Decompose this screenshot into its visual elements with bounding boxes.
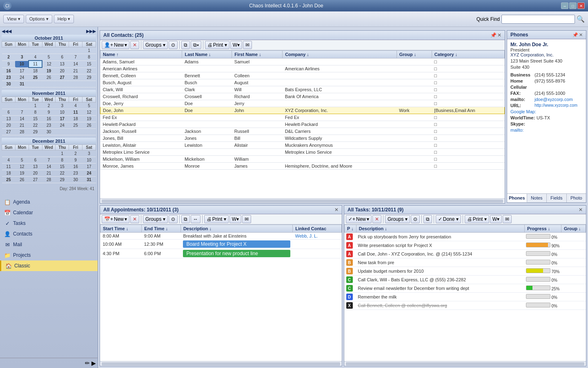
cal-day[interactable]: 7 bbox=[15, 109, 29, 116]
appt-email-button[interactable]: ✉ bbox=[242, 215, 251, 223]
cal-day[interactable]: 23 bbox=[42, 122, 56, 129]
col-name[interactable]: Name ↑ bbox=[100, 51, 182, 58]
cal-day[interactable]: 17 bbox=[82, 164, 96, 170]
help-button[interactable]: Help ▾ bbox=[54, 15, 74, 23]
tab-photo[interactable]: Photo bbox=[567, 194, 586, 202]
cal-day[interactable]: 26 bbox=[15, 177, 29, 183]
cal-day[interactable]: 29 bbox=[29, 129, 42, 135]
col-lastname[interactable]: Last Name ↓ bbox=[182, 51, 232, 58]
appt-groups-button[interactable]: Groups ▾ bbox=[143, 215, 168, 223]
cal-day[interactable]: 3 bbox=[82, 150, 96, 157]
cal-day[interactable]: 22 bbox=[29, 122, 42, 129]
contacts-pin-icon[interactable]: 📌 bbox=[490, 32, 497, 38]
tab-notes[interactable]: Notes bbox=[527, 194, 547, 202]
cal-day[interactable]: 27 bbox=[2, 129, 16, 135]
task-row[interactable]: C Review email newsletter for December f… bbox=[345, 284, 586, 293]
cal-day[interactable]: 2 bbox=[2, 54, 16, 61]
task-row[interactable]: C Call Clark, Will - Bats Express, LLC @… bbox=[345, 276, 586, 284]
sidebar-item-mail[interactable]: ✉ Mail bbox=[0, 239, 98, 250]
cal-day[interactable]: 15 bbox=[82, 61, 96, 67]
email-link[interactable]: jdoe@xyzcorp.com bbox=[535, 97, 573, 102]
cal-day[interactable]: 23 bbox=[69, 170, 82, 177]
tab-phones[interactable]: Phones bbox=[507, 194, 527, 202]
cal-day[interactable]: 9 bbox=[2, 61, 16, 67]
cal-day[interactable]: 8 bbox=[82, 54, 96, 61]
contacts-filter-button[interactable]: ⊙ bbox=[169, 41, 178, 49]
cal-day[interactable]: 30 bbox=[2, 81, 16, 88]
appt-delete-button[interactable]: ✕ bbox=[130, 215, 139, 223]
appt-col-start[interactable]: Start Time ↓ bbox=[100, 225, 142, 233]
col-firstname[interactable]: First Name ↓ bbox=[232, 51, 283, 58]
contacts-email-button[interactable]: ✉ bbox=[243, 41, 252, 49]
contacts-groups-button[interactable]: Groups ▾ bbox=[143, 41, 168, 49]
google-map-link[interactable]: Google Map: bbox=[510, 109, 536, 114]
task-col-progress[interactable]: Progress ↓ bbox=[524, 225, 561, 233]
task-col-desc[interactable]: Description ↓ bbox=[356, 225, 524, 233]
phones-close-icon[interactable]: ✕ bbox=[579, 32, 583, 38]
cal-day[interactable]: 21 bbox=[69, 67, 82, 74]
contact-row[interactable]: Doe, Jerry Doe Jerry □ bbox=[100, 100, 505, 107]
cal-day[interactable]: 12 bbox=[42, 61, 56, 67]
cal-day[interactable]: 31 bbox=[82, 177, 96, 183]
sidebar-expand-icon[interactable]: ▶ bbox=[91, 360, 96, 366]
cal-day[interactable]: 23 bbox=[2, 74, 16, 81]
cal-day[interactable]: 24 bbox=[15, 74, 29, 81]
cal-day[interactable]: 2 bbox=[69, 150, 82, 157]
cal-day[interactable]: 5 bbox=[82, 103, 96, 109]
cal-day[interactable]: 14 bbox=[15, 116, 29, 122]
cal-day[interactable]: 1 bbox=[82, 47, 96, 54]
next-month-button[interactable]: ▶ bbox=[86, 29, 89, 34]
cal-day[interactable]: 15 bbox=[29, 116, 42, 122]
tab-fields[interactable]: Fields bbox=[547, 194, 567, 202]
cal-day[interactable]: 8 bbox=[56, 157, 69, 164]
contact-row[interactable]: Clark, Will Clark Will Bats Express, LLC… bbox=[100, 86, 505, 93]
cal-day[interactable]: 4 bbox=[2, 157, 16, 164]
cal-day[interactable]: 4 bbox=[69, 103, 82, 109]
task-row[interactable]: A Pick up storyboards from Jerry for pre… bbox=[345, 233, 586, 241]
sidebar-item-tasks[interactable]: ✓ Tasks bbox=[0, 218, 98, 229]
sidebar-item-agenda[interactable]: 📋 Agenda bbox=[0, 197, 98, 207]
prev-prev-month-button[interactable]: ◀◀ bbox=[2, 29, 8, 34]
cal-day[interactable]: 12 bbox=[82, 109, 96, 116]
cal-day[interactable]: 24 bbox=[56, 122, 69, 129]
cal-day[interactable]: 6 bbox=[56, 54, 69, 61]
cal-day-selected[interactable]: 11 bbox=[29, 61, 42, 67]
sidebar-item-contacts[interactable]: 👤 Contacts bbox=[0, 229, 98, 239]
appointment-row[interactable]: 4:30 PM 6:00 PM Presentation for new pro… bbox=[100, 249, 342, 258]
options-button[interactable]: Options ▾ bbox=[26, 15, 52, 23]
search-icon[interactable]: 🔍 bbox=[577, 15, 585, 23]
close-button[interactable]: ✕ bbox=[577, 2, 585, 9]
cal-day[interactable]: 30 bbox=[69, 177, 82, 183]
cal-day[interactable]: 7 bbox=[69, 54, 82, 61]
sidebar-edit-icon[interactable]: ✏ bbox=[85, 360, 90, 366]
task-email-button[interactable]: ✉ bbox=[503, 215, 512, 223]
cal-day[interactable]: 8 bbox=[29, 109, 42, 116]
cal-day[interactable]: 28 bbox=[15, 129, 29, 135]
task-groups-button[interactable]: Groups ▾ bbox=[385, 215, 410, 223]
cal-day[interactable]: 1 bbox=[56, 150, 69, 157]
contact-row[interactable]: Hewlett-Packard Hewlett-Packard □ bbox=[100, 121, 505, 128]
cal-day[interactable]: 6 bbox=[29, 157, 42, 164]
task-col-group[interactable]: Group ↓ bbox=[561, 225, 586, 233]
cal-day[interactable]: 18 bbox=[69, 116, 82, 122]
contact-row[interactable]: Doe, John Doe John XYZ Corporation, Inc.… bbox=[100, 107, 505, 114]
contacts-copyto-button[interactable]: ⧉▾ bbox=[191, 41, 201, 49]
task-print-button[interactable]: 🖨 Print ▾ bbox=[465, 215, 489, 223]
cal-day[interactable]: 22 bbox=[82, 67, 96, 74]
cal-day[interactable]: 12 bbox=[15, 164, 29, 170]
next-next-month-button[interactable]: ▶▶ bbox=[89, 29, 96, 34]
cal-day[interactable]: 25 bbox=[29, 74, 42, 81]
contact-row[interactable]: Bennett, Colleen Bennett Colleen □ bbox=[100, 72, 505, 79]
cal-day[interactable]: 10 bbox=[82, 157, 96, 164]
cal-day[interactable]: 28 bbox=[42, 177, 56, 183]
task-row[interactable]: B New task from pre 0% bbox=[345, 258, 586, 267]
appt-new-button[interactable]: 📅+ New ▾ bbox=[102, 215, 129, 223]
cal-day[interactable]: 20 bbox=[56, 67, 69, 74]
cal-day[interactable]: 22 bbox=[56, 170, 69, 177]
cal-day[interactable]: 27 bbox=[29, 177, 42, 183]
contact-row[interactable]: American Airlines American Airlines □ bbox=[100, 65, 505, 72]
cal-day[interactable]: 18 bbox=[29, 67, 42, 74]
task-row[interactable]: B Update budget numbers for 2010 70% bbox=[345, 267, 586, 276]
col-category[interactable]: Category ↓ bbox=[432, 51, 504, 58]
contacts-print-button[interactable]: 🖨 Print ▾ bbox=[205, 41, 229, 49]
